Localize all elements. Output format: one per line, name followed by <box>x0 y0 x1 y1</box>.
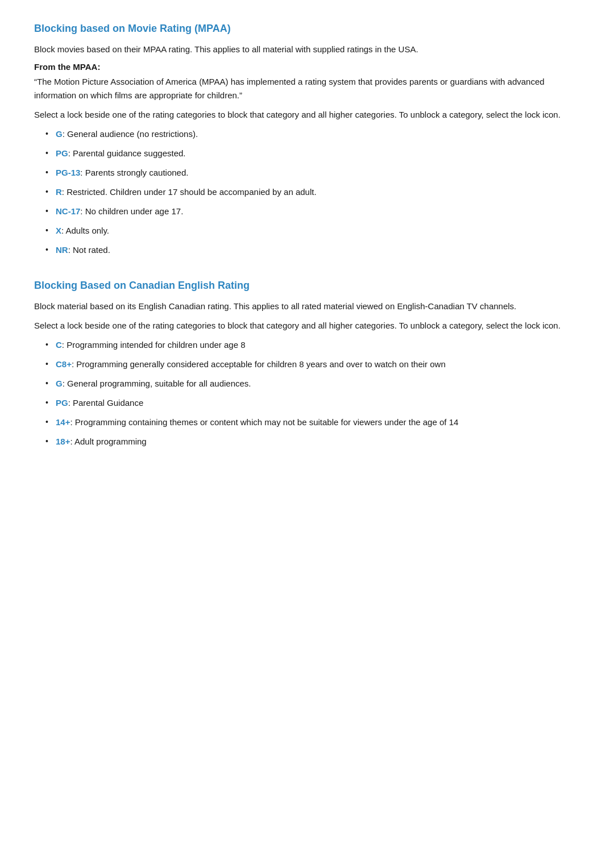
list-item: PG: Parental Guidance <box>45 396 580 410</box>
list-item: G: General programming, suitable for all… <box>45 377 580 391</box>
list-item: 18+: Adult programming <box>45 435 580 448</box>
rating-code: C <box>56 340 62 350</box>
canadian-instruction: Select a lock beside one of the rating c… <box>34 319 580 333</box>
list-item: C8+: Programming generally considered ac… <box>45 358 580 371</box>
list-item: NC-17: No children under age 17. <box>45 205 580 218</box>
rating-code: PG <box>56 398 68 408</box>
rating-code: X <box>56 226 61 235</box>
rating-code: PG <box>56 148 68 158</box>
mpaa-ratings-list: G: General audience (no restrictions).PG… <box>34 127 580 257</box>
rating-code: R <box>56 187 62 197</box>
list-item: C: Programming intended for children und… <box>45 338 580 352</box>
rating-code: G <box>56 379 63 388</box>
list-item: G: General audience (no restrictions). <box>45 127 580 141</box>
canadian-section-title: Blocking Based on Canadian English Ratin… <box>34 280 580 292</box>
mpaa-quote: “The Motion Picture Association of Ameri… <box>34 75 580 102</box>
mpaa-section-title: Blocking based on Movie Rating (MPAA) <box>34 23 580 35</box>
rating-code: NC-17 <box>56 206 80 216</box>
list-item: R: Restricted. Children under 17 should … <box>45 185 580 199</box>
list-item: PG: Parental guidance suggested. <box>45 147 580 160</box>
mpaa-intro: Block movies based on their MPAA rating.… <box>34 43 580 56</box>
canadian-intro: Block material based on its English Cana… <box>34 300 580 313</box>
mpaa-section: Blocking based on Movie Rating (MPAA) Bl… <box>34 23 580 257</box>
rating-code: 14+ <box>56 417 70 427</box>
rating-code: G <box>56 129 63 139</box>
rating-code: C8+ <box>56 359 72 369</box>
rating-code: 18+ <box>56 437 70 446</box>
list-item: PG-13: Parents strongly cautioned. <box>45 166 580 180</box>
list-item: 14+: Programming containing themes or co… <box>45 416 580 429</box>
rating-code: PG-13 <box>56 168 80 177</box>
canadian-section: Blocking Based on Canadian English Ratin… <box>34 280 580 448</box>
rating-code: NR <box>56 245 68 255</box>
mpaa-from-label: From the MPAA: <box>34 62 580 72</box>
list-item: NR: Not rated. <box>45 243 580 257</box>
mpaa-instruction: Select a lock beside one of the rating c… <box>34 108 580 122</box>
list-item: X: Adults only. <box>45 224 580 238</box>
canadian-ratings-list: C: Programming intended for children und… <box>34 338 580 448</box>
